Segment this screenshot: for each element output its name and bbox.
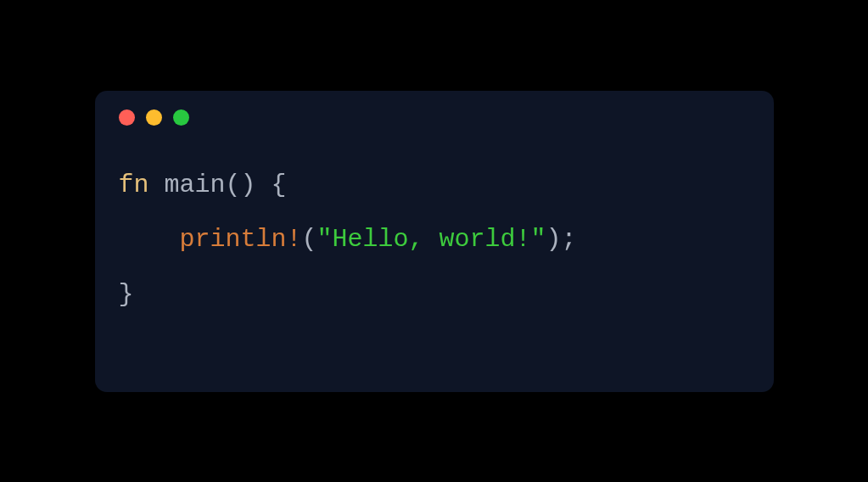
close-icon[interactable]	[119, 109, 135, 126]
window-titlebar	[95, 91, 774, 134]
zoom-icon[interactable]	[173, 109, 189, 126]
code-token-punctuation: () {	[226, 171, 287, 199]
code-token-punctuation: (	[302, 225, 317, 254]
code-line: println!("Hello, world!");	[119, 212, 750, 267]
code-line: fn main() {	[119, 158, 750, 213]
code-token-punctuation: );	[546, 225, 577, 254]
minimize-icon[interactable]	[146, 109, 162, 126]
code-token-macro: println!	[180, 225, 302, 254]
code-token-function-name: main	[165, 171, 226, 199]
code-token-punctuation: }	[119, 280, 134, 309]
code-block: fn main() { println!("Hello, world!");}	[95, 134, 774, 346]
code-token-string: "Hello, world!"	[317, 225, 546, 254]
editor-window: fn main() { println!("Hello, world!");}	[95, 91, 774, 392]
code-token-indent	[119, 225, 180, 254]
code-line: }	[119, 267, 750, 322]
code-token-keyword: fn	[119, 171, 165, 199]
